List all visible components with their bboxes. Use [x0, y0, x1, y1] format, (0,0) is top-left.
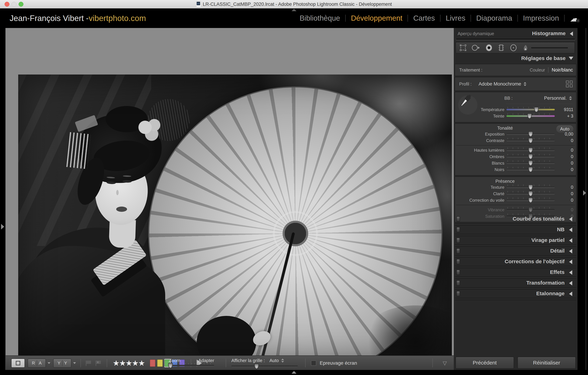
brush-handle-icon [531, 47, 568, 49]
tint-slider[interactable] [506, 115, 555, 117]
photo-canvas[interactable] [18, 74, 452, 364]
loupe-view-button[interactable] [11, 359, 25, 368]
red-eye-tool-icon[interactable] [485, 44, 493, 51]
graduated-filter-tool-icon[interactable] [497, 44, 505, 51]
zoom-slider[interactable] [169, 365, 214, 366]
grid-size-slider[interactable] [231, 365, 298, 367]
panel-header-detail[interactable]: Détail [454, 247, 577, 255]
panel-toggle[interactable] [456, 280, 460, 286]
treatment-bw-option[interactable]: Noir/blanc [552, 67, 573, 73]
profile-row: Profil : Adobe Monochrome [455, 77, 577, 91]
collapse-icon [569, 292, 572, 296]
profile-browser-icon[interactable] [566, 81, 573, 87]
panel-header-tone-curve[interactable]: Courbe des tonalités [454, 215, 577, 223]
left-panel-edge[interactable] [0, 28, 5, 375]
before-after-dropdown-icon[interactable] [48, 362, 50, 364]
profile-stepper-icon[interactable] [524, 82, 526, 86]
previous-button[interactable]: Précédent [455, 357, 514, 369]
panel-header-transform[interactable]: Transformation [454, 279, 577, 287]
grid-mode-stepper-icon[interactable] [281, 359, 284, 363]
before-after-tb-dropdown-icon[interactable] [73, 362, 76, 364]
lightroom-window: LrC LR-CLASSIC_CatMBP_2020.lrcat - Adobe… [0, 0, 588, 375]
slider-temperature: Température 9311 [455, 106, 576, 113]
reset-button[interactable]: Réinitialiser [517, 357, 576, 369]
grid-mode-select[interactable]: Auto [270, 358, 279, 363]
color-label-yellow[interactable] [157, 359, 163, 367]
treatment-row: Traitement : Couleur Noir/blanc [455, 64, 577, 76]
profile-select[interactable]: Adobe Monochrome [479, 81, 521, 87]
toolbar-options-dropdown-icon[interactable]: ▽ [443, 360, 447, 366]
module-develop[interactable]: Développement [350, 14, 403, 22]
minimize-window-button[interactable] [11, 2, 16, 7]
color-label-red[interactable] [150, 359, 155, 367]
soft-proofing-checkbox[interactable] [311, 360, 316, 366]
module-slideshow[interactable]: Diaporama [475, 14, 513, 22]
panel-header-calibration[interactable]: Etalonnage [454, 289, 577, 298]
highlights-slider[interactable] [506, 149, 555, 151]
collapse-icon [569, 270, 572, 275]
flag-reject-icon[interactable]: x [95, 360, 102, 367]
contrast-slider[interactable] [506, 140, 555, 141]
dehaze-slider[interactable] [506, 199, 555, 201]
panel-header-bw[interactable]: NB [454, 225, 577, 234]
exposure-slider[interactable] [506, 133, 555, 135]
slider-shadows: Ombres 0 [455, 153, 576, 160]
fit-label[interactable]: Adapter [198, 358, 214, 363]
radial-filter-tool-icon[interactable] [509, 44, 517, 51]
expand-left-panel-icon[interactable] [1, 224, 4, 230]
panel-toggle[interactable] [456, 270, 460, 275]
collapse-top-panel-icon[interactable] [292, 9, 296, 11]
wb-preset-select[interactable]: Personnal. [544, 95, 567, 101]
panel-toggle[interactable] [456, 238, 460, 243]
filmstrip-edge[interactable] [0, 370, 588, 375]
zoom-window-button[interactable] [19, 2, 23, 7]
white-balance-section: BB : Personnal. Température 9311 Teinte … [455, 92, 577, 122]
slider-clarity: Clarté 0 [455, 191, 576, 197]
spot-removal-tool-icon[interactable] [471, 44, 480, 51]
module-picker: Bibliothèque Développement Cartes Livres… [299, 8, 579, 28]
crop-tool-icon[interactable] [459, 44, 467, 51]
module-library[interactable]: Bibliothèque [299, 14, 341, 22]
panel-header-lens-corrections[interactable]: Corrections de l'objectif [454, 257, 577, 266]
panel-toggle[interactable] [456, 227, 460, 232]
panel-header-effects[interactable]: Effets [454, 268, 577, 276]
blacks-slider[interactable] [506, 169, 555, 170]
module-book[interactable]: Livres [445, 14, 466, 22]
module-map[interactable]: Cartes [412, 14, 436, 22]
panel-toggle[interactable] [456, 216, 460, 222]
flag-pick-icon[interactable] [85, 360, 92, 367]
clarity-slider[interactable] [506, 193, 555, 194]
whites-slider[interactable] [506, 162, 555, 164]
zoom-label[interactable]: Zoom [169, 358, 180, 363]
vibrance-slider[interactable] [506, 209, 555, 211]
module-print[interactable]: Impression [522, 14, 560, 22]
adjustment-brush-tool-icon[interactable] [522, 44, 529, 52]
develop-canvas-area [6, 28, 454, 355]
shadows-slider[interactable] [506, 156, 555, 157]
right-panel-edge[interactable] [578, 28, 588, 375]
before-after-lr-button[interactable]: RA [28, 359, 46, 368]
panel-toggle[interactable] [456, 291, 460, 296]
slider-texture: Texture 0 [455, 184, 576, 191]
macos-titlebar[interactable]: LrC LR-CLASSIC_CatMBP_2020.lrcat - Adobe… [0, 0, 588, 9]
wb-stepper-icon[interactable] [569, 96, 572, 100]
smart-preview-status[interactable]: Aperçu dynamique [458, 31, 494, 36]
texture-slider[interactable] [506, 186, 555, 188]
identity-site: vibertphoto.com [89, 13, 146, 23]
before-after-tb-button[interactable]: YY [53, 359, 71, 368]
histogram-display[interactable] [456, 38, 575, 41]
close-window-button[interactable] [5, 2, 10, 7]
slider-exposure: Exposition 0,00 [455, 131, 576, 137]
temperature-slider[interactable] [506, 109, 555, 110]
panel-toggle[interactable] [456, 259, 460, 264]
histogram-panel-header[interactable]: Aperçu dynamique Histogramme [454, 30, 578, 37]
expand-filmstrip-icon[interactable] [292, 371, 296, 374]
soft-proofing-label: Epreuvage écran [320, 360, 357, 366]
panel-header-split-toning[interactable]: Virage partiel [454, 236, 577, 244]
panel-toggle[interactable] [456, 248, 460, 253]
treatment-color-option[interactable]: Couleur [530, 68, 545, 73]
cloud-sync-icon[interactable]: ☁! [570, 13, 579, 23]
slider-highlights: Hautes lumières 0 [455, 147, 576, 153]
star-rating[interactable]: ★★★★★ [113, 359, 145, 367]
basic-panel-header[interactable]: Réglages de base [454, 55, 578, 63]
